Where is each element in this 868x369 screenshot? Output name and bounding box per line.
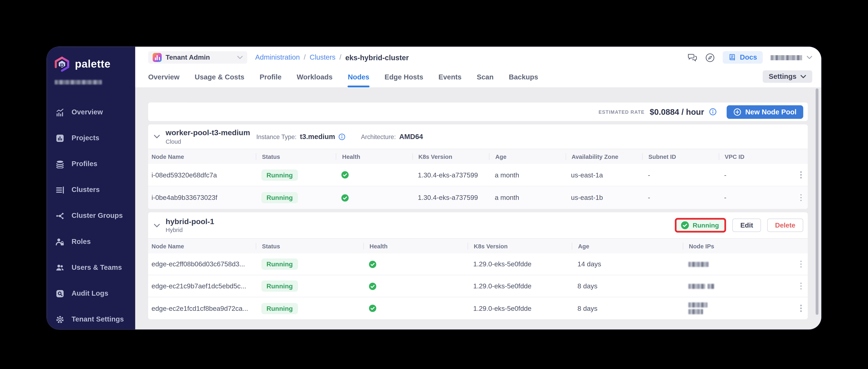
node-name: i-08ed59320e68dfc7a xyxy=(152,171,256,179)
tab-events[interactable]: Events xyxy=(438,68,462,87)
age: 8 days xyxy=(572,304,683,312)
redacted-node-ips xyxy=(683,283,774,288)
row-actions-kebab-icon[interactable] xyxy=(799,280,803,292)
pool-header: hybrid-pool-1 Hybrid Running Edit Delete xyxy=(148,212,808,239)
scope-selector-label: Tenant Admin xyxy=(165,54,210,61)
compass-icon[interactable] xyxy=(706,53,715,62)
scope-selector[interactable]: Tenant Admin xyxy=(148,51,247,64)
sidebar-item-clusters[interactable]: Clusters xyxy=(47,177,135,203)
chevron-down-icon xyxy=(801,75,806,79)
pool-name: worker-pool-t3-medium xyxy=(165,128,250,138)
plus-circle-icon xyxy=(733,108,741,116)
col-health: Health xyxy=(363,243,468,249)
tab-nodes[interactable]: Nodes xyxy=(348,68,369,87)
breadcrumb-current-cluster: eks-hybrid-cluster xyxy=(345,53,409,62)
chevron-down-icon xyxy=(237,56,243,59)
node-name: edge-ec2ff08b06d03c6758d3... xyxy=(152,260,256,268)
pool-type: Cloud xyxy=(165,138,250,145)
table-row: i-08ed59320e68dfc7a Running 1.30.4-eks-a… xyxy=(148,164,808,186)
topbar: Tenant Admin Administration / Clusters /… xyxy=(135,47,821,68)
breadcrumb-clusters[interactable]: Clusters xyxy=(310,54,336,61)
col-age: Age xyxy=(572,243,683,249)
sidebar-item-label: Users & Teams xyxy=(71,264,122,271)
users-teams-icon xyxy=(56,263,64,272)
svg-text:p: p xyxy=(60,61,64,68)
palette-logo-icon: p xyxy=(54,56,70,73)
health-ok-icon xyxy=(363,260,468,268)
row-actions-kebab-icon[interactable] xyxy=(799,303,803,314)
sidebar-item-label: Clusters xyxy=(71,186,100,194)
availability-zone: us-east-1b xyxy=(565,194,642,202)
tenant-admin-icon xyxy=(153,53,162,62)
tab-profile[interactable]: Profile xyxy=(259,68,281,87)
highlighted-running-status: Running xyxy=(675,218,726,233)
sidebar: p palette Overview Projects Profiles Clu… xyxy=(47,47,135,329)
info-icon[interactable] xyxy=(709,108,716,115)
new-node-pool-button[interactable]: New Node Pool xyxy=(727,105,803,119)
row-actions-kebab-icon[interactable] xyxy=(799,258,803,270)
row-actions-kebab-icon[interactable] xyxy=(799,192,803,204)
node-name: i-0be4ab9b33673023f xyxy=(152,194,256,202)
sidebar-item-projects[interactable]: Projects xyxy=(47,125,135,151)
age: 14 days xyxy=(572,260,683,268)
table-row: i-0be4ab9b33673023f Running 1.30.4-eks-a… xyxy=(148,186,808,209)
sidebar-item-profiles[interactable]: Profiles xyxy=(47,151,135,177)
profiles-layers-icon xyxy=(56,160,64,168)
sidebar-item-tenant-settings[interactable]: Tenant Settings xyxy=(47,306,135,329)
status-badge: Running xyxy=(261,303,298,314)
projects-icon xyxy=(56,134,64,142)
topbar-actions: Docs xyxy=(687,51,812,64)
collapse-chevron-icon[interactable] xyxy=(154,134,160,139)
rate-toolbar: ESTIMATED RATE $0.0884 / hour New Node P… xyxy=(148,102,808,121)
book-icon xyxy=(728,54,736,61)
vertical-scrollbar[interactable] xyxy=(816,88,818,315)
info-icon[interactable] xyxy=(338,133,345,140)
user-menu[interactable] xyxy=(771,55,812,60)
clusters-list-icon xyxy=(56,185,64,194)
node-name: edge-ec21c9b7aef1dc5ebd5c... xyxy=(152,282,256,290)
sidebar-item-cluster-groups[interactable]: Cluster Groups xyxy=(47,203,135,228)
sidebar-nav: Overview Projects Profiles Clusters Clus… xyxy=(47,99,135,329)
chevron-down-icon xyxy=(807,56,812,59)
sidebar-item-audit-logs[interactable]: Audit Logs xyxy=(47,280,135,306)
estimated-rate-label: ESTIMATED RATE xyxy=(598,109,645,115)
row-actions-kebab-icon[interactable] xyxy=(799,169,803,181)
docs-button[interactable]: Docs xyxy=(723,51,763,64)
tab-edge-hosts[interactable]: Edge Hosts xyxy=(384,68,423,87)
tab-workloads[interactable]: Workloads xyxy=(297,68,333,87)
collapse-chevron-icon[interactable] xyxy=(154,223,160,227)
tab-overview[interactable]: Overview xyxy=(148,68,180,87)
tab-backups[interactable]: Backups xyxy=(509,68,538,87)
architecture-label: Architecture: xyxy=(361,133,396,140)
sidebar-item-overview[interactable]: Overview xyxy=(47,99,135,125)
status-badge: Running xyxy=(261,280,298,292)
delete-button[interactable]: Delete xyxy=(767,218,803,232)
table-header: Node Name Status Health K8s Version Age … xyxy=(148,149,808,164)
col-availability-zone: Availability Zone xyxy=(565,153,642,160)
col-age: Age xyxy=(489,153,565,160)
sidebar-item-users-teams[interactable]: Users & Teams xyxy=(47,255,135,280)
breadcrumb-administration[interactable]: Administration xyxy=(255,54,300,61)
k8s-version: 1.29.0-eks-5e0fdde xyxy=(468,282,572,290)
tab-usage-costs[interactable]: Usage & Costs xyxy=(195,68,244,87)
estimated-rate-value: $0.0884 / hour xyxy=(650,107,704,116)
cluster-groups-network-icon xyxy=(56,211,64,220)
subnet-id: - xyxy=(642,171,718,179)
settings-button[interactable]: Settings xyxy=(763,70,812,83)
tab-scan[interactable]: Scan xyxy=(477,68,494,87)
availability-zone: us-east-1a xyxy=(565,171,642,179)
k8s-version: 1.30.4-eks-a737599 xyxy=(412,194,489,202)
status-badge: Running xyxy=(261,258,298,270)
table-header: Node Name Status Health K8s Version Age … xyxy=(148,239,808,253)
sidebar-item-roles[interactable]: Roles xyxy=(47,228,135,254)
app-window: p palette Overview Projects Profiles Clu… xyxy=(47,47,821,329)
health-ok-icon xyxy=(336,171,412,179)
k8s-version: 1.29.0-eks-5e0fdde xyxy=(468,260,572,268)
edit-button[interactable]: Edit xyxy=(732,218,761,232)
health-ok-icon xyxy=(363,305,468,312)
chat-icon[interactable] xyxy=(687,53,698,62)
col-status: Status xyxy=(256,243,363,249)
pool-type: Hybrid xyxy=(165,226,214,233)
k8s-version: 1.30.4-eks-a737599 xyxy=(412,171,489,179)
node-pool-hybrid-pool-1: hybrid-pool-1 Hybrid Running Edit Delete… xyxy=(148,212,808,319)
